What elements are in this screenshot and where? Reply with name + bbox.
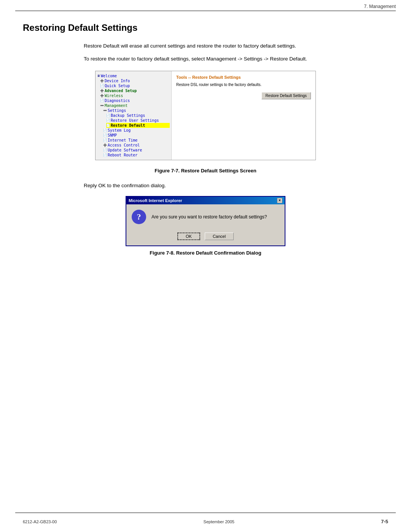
figure1-caption: Figure 7-7. Restore Default Settings Scr… [95,168,316,174]
nav-welcome[interactable]: 🖥 Welcome [97,73,170,78]
dialog-screenshot: Microsoft Internet Explorer × ? Are you … [126,196,285,246]
top-header: 7. Management [0,0,411,11]
dialog-box: Microsoft Internet Explorer × ? Are you … [126,196,285,246]
figure2-caption: Figure 7-8. Restore Default Confirmation… [95,250,316,256]
nav-snmp[interactable]: 📄 SNMP [103,133,170,138]
footer: 6212-A2-GB23-00 September 2005 7-5 [0,519,411,524]
dialog-body: ? Are you sure you want to restore facto… [126,204,285,229]
panel-desc: Restore DSL router settings to the facto… [176,83,311,87]
nav-panel: 🖥 Welcome ➕ Device Info 📄 Quick Setup ➕ … [96,71,172,160]
dialog-close-button[interactable]: × [277,198,282,203]
section-label: 7. Management [364,4,396,9]
dialog-titlebar: Microsoft Internet Explorer × [126,197,285,204]
nav-internet-time[interactable]: 📄 Internet Time [103,138,170,143]
nav-restore-user-settings[interactable]: 📄 Restore User Settings [106,118,170,123]
footer-center: September 2005 [204,519,234,524]
nav-device-info[interactable]: ➕ Device Info [100,78,170,83]
nav-diagnostics[interactable]: 📄 Diagnostics [100,98,170,103]
dialog-title: Microsoft Internet Explorer [129,198,182,203]
footer-left: 6212-A2-GB23-00 [23,519,57,524]
nav-quick-setup[interactable]: 📄 Quick Setup [100,83,170,88]
ok-button[interactable]: OK [177,233,200,240]
nav-update-software[interactable]: 📄 Update Software [103,148,170,153]
body-para1: Restore Default will erase all current s… [84,42,388,50]
content-panel: Tools -- Restore Default Settings Restor… [172,71,315,160]
nav-restore-default[interactable]: 📄 Restore Default [106,123,170,128]
cancel-button[interactable]: Cancel [205,233,234,240]
screenshot1-box: 🖥 Welcome ➕ Device Info 📄 Quick Setup ➕ … [95,71,316,160]
nav-wireless[interactable]: ➕ Wireless [100,93,170,98]
nav-access-control[interactable]: ➕ Access Control [103,143,170,148]
reply-text: Reply OK to the confirmation dialog. [84,183,388,188]
page-title: Restoring Default Settings [23,22,388,33]
footer-page-number: 7-5 [381,519,388,524]
question-icon: ? [132,210,146,224]
nav-management[interactable]: ➖ Management [100,103,170,108]
dialog-message: Are you sure you want to restore factory… [151,214,267,220]
body-para2: To restore the router to factory default… [84,55,388,63]
dialog-buttons: OK Cancel [126,229,285,245]
nav-advanced-setup[interactable]: ➕ Advanced Setup [100,88,170,93]
footer-rule [15,513,396,513]
restore-default-button[interactable]: Restore Default Settings [261,92,311,99]
nav-backup-settings[interactable]: 📄 Backup Settings [106,113,170,118]
nav-settings[interactable]: ➖ Settings [103,108,170,113]
nav-reboot-router[interactable]: 📄 Reboot Router [103,153,170,158]
panel-title: Tools -- Restore Default Settings [176,75,311,80]
nav-system-log[interactable]: 📄 System Log [103,128,170,133]
